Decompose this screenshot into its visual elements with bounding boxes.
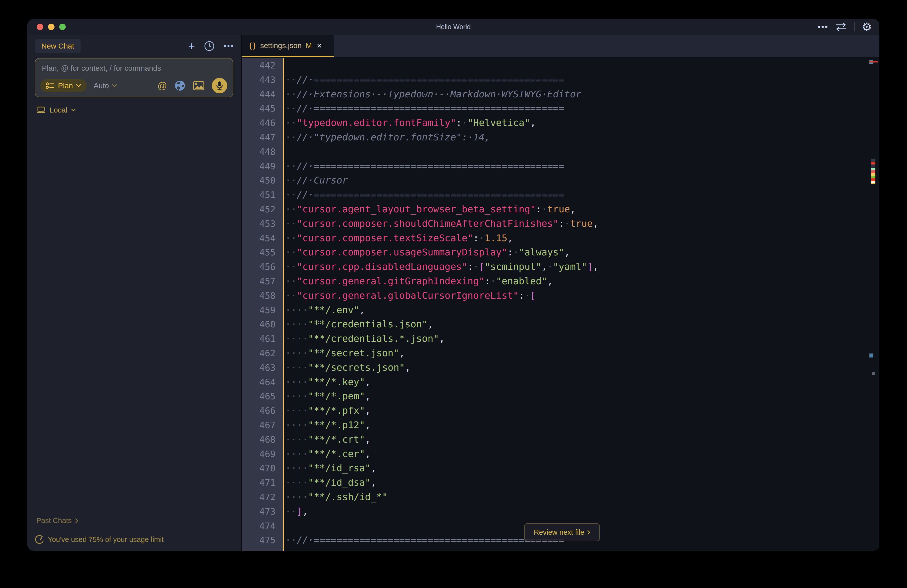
ruler-mark xyxy=(871,176,875,178)
code-line: 473··], xyxy=(242,505,880,519)
ruler-mark xyxy=(871,159,875,162)
ruler-mark xyxy=(869,354,873,357)
attach-image-icon[interactable] xyxy=(193,81,204,90)
chevron-right-icon xyxy=(75,518,79,523)
code-editor[interactable]: 442443··//·=============================… xyxy=(242,57,880,551)
usage-gauge-icon xyxy=(35,535,44,544)
line-number: 447 xyxy=(242,130,283,145)
review-next-file-button[interactable]: Review next file xyxy=(524,523,600,541)
code-line: 444··//·Extensions·-·Typedown·-·Markdown… xyxy=(242,87,880,102)
code-line-content: ··"cursor.composer.textSizeScale":·1.15, xyxy=(284,231,880,245)
code-line: 451··//·================================… xyxy=(242,188,880,202)
ruler-mark xyxy=(871,183,875,184)
machine-selector[interactable]: Local xyxy=(36,106,232,114)
past-chats-label: Past Chats xyxy=(36,517,72,525)
line-number: 476 xyxy=(242,548,283,551)
line-number: 454 xyxy=(242,231,283,245)
machine-label: Local xyxy=(50,106,67,114)
chat-header: New Chat + xyxy=(27,35,241,57)
line-number: 461 xyxy=(242,332,283,346)
code-line: 469····"**/*.cer", xyxy=(242,447,880,461)
review-next-file-label: Review next file xyxy=(534,528,584,537)
code-line: 467····"**/*.p12", xyxy=(242,418,880,433)
ruler-mark xyxy=(871,173,875,176)
line-number: 442 xyxy=(242,58,283,73)
code-line: 455··"cursor.composer.usageSummaryDispla… xyxy=(242,245,880,260)
past-chats-link[interactable]: Past Chats xyxy=(36,517,232,525)
chat-input-box[interactable]: Plan, @ for context, / for commands Plan xyxy=(35,58,233,97)
code-line: 470····"**/id_rsa", xyxy=(242,461,880,476)
chat-input-placeholder: Plan, @ for context, / for commands xyxy=(42,64,226,72)
code-line-content xyxy=(284,58,880,73)
line-number: 449 xyxy=(242,159,283,173)
ruler-mark xyxy=(869,61,878,62)
code-line: 454··"cursor.composer.textSizeScale":·1.… xyxy=(242,231,880,245)
line-number: 452 xyxy=(242,202,283,216)
mode-label: Plan xyxy=(58,82,73,90)
ruler-mark xyxy=(871,162,875,165)
line-number: 463 xyxy=(242,360,283,375)
code-line: 456··"cursor.cpp.disabledLanguages":·["s… xyxy=(242,260,880,274)
model-selector[interactable]: Auto xyxy=(94,82,117,90)
code-line: 471····"**/id_dsa", xyxy=(242,476,880,490)
line-number: 450 xyxy=(242,173,283,188)
code-line: 476··//·GitHub·Copilot xyxy=(242,548,880,551)
new-chat-plus-icon[interactable]: + xyxy=(188,40,195,52)
tab-file-name: settings.json xyxy=(260,41,302,50)
line-number: 459 xyxy=(242,303,283,317)
line-number: 443 xyxy=(242,73,283,87)
web-globe-icon[interactable] xyxy=(175,80,186,91)
code-line-content: ··"cursor.composer.shouldChimeAfterChatF… xyxy=(284,216,880,231)
code-line: 457··"cursor.general.gitGraphIndexing":·… xyxy=(242,274,880,288)
code-line-content: ····"**/*.pfx", xyxy=(284,404,880,418)
code-line-content: ····"**/*.p12", xyxy=(284,418,880,433)
line-number: 473 xyxy=(242,505,283,519)
code-line: 442 xyxy=(242,58,880,73)
code-line-content: ····"**/.env", xyxy=(284,303,880,317)
editor-group: {} settings.json M × 442443··//·========… xyxy=(242,35,880,551)
microphone-button[interactable] xyxy=(212,78,227,93)
new-chat-tab[interactable]: New Chat xyxy=(35,39,81,53)
chevron-right-icon xyxy=(587,530,590,535)
scrollbar-track[interactable] xyxy=(879,57,880,551)
plan-checklist-icon xyxy=(46,82,55,90)
code-line: 443··//·================================… xyxy=(242,73,880,87)
code-line: 462····"**/secret.json", xyxy=(242,346,880,360)
code-lines: 442443··//·=============================… xyxy=(242,57,880,551)
line-number: 456 xyxy=(242,260,283,274)
code-line-content: ··//·===================================… xyxy=(284,188,880,202)
code-line: 463····"**/secrets.json", xyxy=(242,360,880,375)
code-line-content: ··"cursor.agent_layout_browser_beta_sett… xyxy=(284,202,880,216)
mention-at-icon[interactable]: @ xyxy=(157,80,167,91)
ruler-mark xyxy=(871,168,875,170)
line-number: 451 xyxy=(242,188,283,202)
code-line-content: ····"**/id_rsa", xyxy=(284,461,880,476)
code-line-content: ··"cursor.general.gitGraphIndexing":·"en… xyxy=(284,274,880,288)
tab-settings-json[interactable]: {} settings.json M × xyxy=(242,35,334,57)
code-line-content: ····"**/credentials.json", xyxy=(284,317,880,332)
line-number: 446 xyxy=(242,116,283,130)
modified-badge: M xyxy=(306,41,312,50)
json-braces-icon: {} xyxy=(248,41,256,50)
history-clock-icon[interactable] xyxy=(204,40,215,51)
code-line: 459····"**/.env", xyxy=(242,303,880,317)
code-line-content: ··], xyxy=(284,505,880,519)
mode-selector[interactable]: Plan xyxy=(40,79,87,92)
code-line-content: ··"typedown.editor.fontFamily":·"Helveti… xyxy=(284,116,880,130)
ruler-mark xyxy=(871,170,875,173)
chat-more-icon[interactable] xyxy=(224,45,233,47)
code-line-content: ····"**/secret.json", xyxy=(284,346,880,360)
code-line: 472····"**/.ssh/id_*" xyxy=(242,490,880,505)
chat-sidebar: New Chat + Plan, @ for context, / for co… xyxy=(27,35,242,551)
line-number: 458 xyxy=(242,288,283,303)
code-line-content: ····"**/credentials.*.json", xyxy=(284,332,880,346)
tab-close-icon[interactable]: × xyxy=(317,41,322,50)
code-line-content: ····"**/*.crt", xyxy=(284,433,880,447)
code-line-content: ····"**/*.cer", xyxy=(284,447,880,461)
line-number: 460 xyxy=(242,317,283,332)
line-number: 471 xyxy=(242,476,283,490)
model-label: Auto xyxy=(94,82,109,90)
line-number: 467 xyxy=(242,418,283,433)
usage-indicator[interactable]: You've used 75% of your usage limit xyxy=(35,535,233,544)
app-window: Hello World ⚙ New Chat + xyxy=(27,19,880,551)
